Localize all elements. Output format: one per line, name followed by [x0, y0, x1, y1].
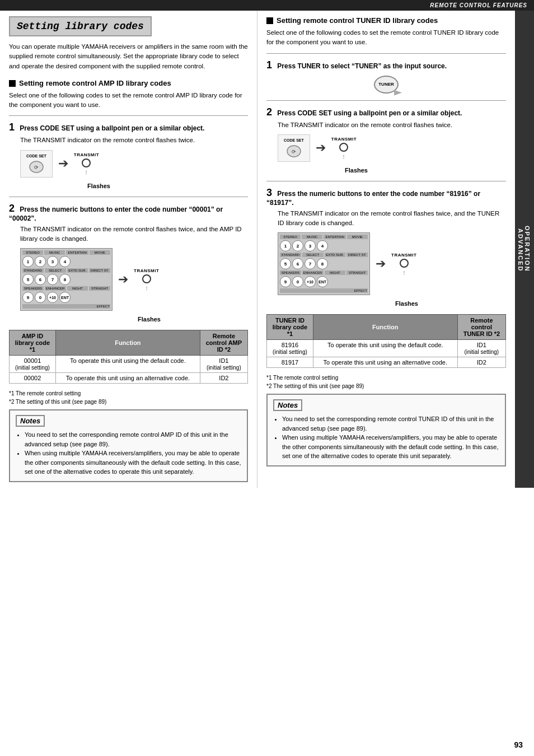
tuner-code-set-diagram: CODE SET ⟳	[278, 134, 310, 162]
tuner-btn: TUNER	[374, 76, 399, 94]
row-select: SELECT	[45, 268, 66, 273]
amp-step2-number: 2	[9, 203, 15, 214]
t-key-10: +10	[305, 276, 316, 287]
t-row-straight: STRAIGHT	[346, 270, 368, 275]
tuner-transmit-circle-3	[400, 259, 409, 268]
tuner-cell-1-1: 81916(initial setting)	[267, 340, 313, 357]
row-entertain: ENTERTAIN	[66, 250, 88, 255]
amp-footnote2: *2 The setting of this unit (see page 89…	[9, 399, 248, 405]
tuner-notes-box: Notes You need to set the corresponding …	[266, 394, 506, 466]
t-effect-label: EFFECT	[280, 288, 368, 293]
tuner-bullet	[266, 17, 273, 24]
transmit-dots: ⋮	[84, 170, 88, 175]
amp-cell-1-3: ID1(initial setting)	[200, 356, 247, 373]
tuner-cell-2-2: To operate this unit using an alternativ…	[313, 357, 457, 368]
amp-row-2: 00002 To operate this unit using an alte…	[10, 373, 248, 384]
tuner-step2-flashes-wrap: Flashes	[345, 166, 506, 174]
tuner-arrow-2: ➔	[376, 256, 386, 271]
tuner-step2-header: 2 Press CODE SET using a ballpoint pen o…	[266, 106, 506, 118]
row-enhancer: ENHANCER	[45, 286, 66, 291]
code-set-diagram: CODE SET ⟳	[20, 150, 53, 178]
key-5: 5	[22, 274, 34, 285]
t-row-movie: MOVIE	[347, 235, 368, 239]
t-key-6: 6	[292, 258, 303, 269]
key-1: 1	[22, 256, 34, 267]
tuner-footnote2: *2 The setting of this unit (see page 89…	[266, 383, 506, 389]
amp-notes-title: Notes	[16, 415, 45, 427]
tuner-step3-flashes-wrap: Flashes	[395, 300, 506, 307]
tuner-cell-2-1: 81917	[267, 357, 313, 368]
t-key-9: 9	[280, 276, 291, 287]
transmit-diagram-2: TRANSMIT ⋮	[134, 268, 159, 291]
tuner-notes-title: Notes	[273, 399, 302, 411]
code-set-icon: ⟳	[28, 159, 45, 174]
tuner-th-2: Function	[313, 315, 457, 340]
tuner-table: TUNER IDlibrary code*1 Function Remoteco…	[266, 314, 506, 368]
tuner-step1-title: Press TUNER to select “TUNER” as the inp…	[277, 62, 447, 70]
t-key-ent: ENT	[317, 276, 328, 287]
tuner-step2: 2 Press CODE SET using a ballpoint pen o…	[266, 106, 506, 174]
intro-text: You can operate multiple YAMAHA receiver…	[9, 42, 248, 71]
tuner-th-1: TUNER IDlibrary code*1	[267, 315, 313, 340]
page-title: Setting library codes	[17, 21, 144, 32]
amp-cell-2-2: To operate this unit using an alternativ…	[55, 373, 200, 384]
tuner-row-2: 81917 To operate this unit using an alte…	[267, 357, 506, 368]
tuner-step3-number: 3	[266, 187, 272, 198]
tuner-row-1: 81916(initial setting) To operate this u…	[267, 340, 506, 357]
transmit-diagram: TRANSMIT ⋮	[74, 152, 99, 175]
amp-note-2: When using multiple YAMAHA receivers/amp…	[25, 449, 241, 477]
tuner-transmit-label-3: TRANSMIT	[391, 253, 416, 258]
amp-cell-2-1: 00002	[10, 373, 56, 384]
tuner-note-1: You need to set the corresponding remote…	[282, 414, 499, 433]
tuner-step2-diagram: CODE SET ⟳ ➔ TRANSMIT ⋮	[278, 134, 506, 162]
amp-step2: 2 Press the numeric buttons to enter the…	[9, 203, 248, 324]
amp-step1-body: The TRANSMIT indicator on the remote con…	[20, 136, 248, 145]
t-row-night: NIGHT	[325, 270, 346, 275]
t-key-7: 7	[305, 258, 316, 269]
tuner-note-2: When using multiple YAMAHA receivers/amp…	[282, 433, 499, 461]
tuner-keypad-wrapper: STEREO MUSIC ENTERTAIN MOVIE 1 2 3 4	[278, 232, 370, 295]
tuner-heading-text: Setting remote control TUNER ID library …	[277, 16, 438, 25]
t-row-music: MUSIC	[302, 235, 322, 239]
row-directst: DIRECT ST.	[89, 268, 110, 273]
tuner-section-heading: Setting remote control TUNER ID library …	[266, 16, 506, 25]
t-key-0: 0	[292, 276, 303, 287]
amp-notes-box: Notes You need to set the corresponding …	[9, 409, 248, 482]
amp-sub-intro: Select one of the following codes to set…	[9, 91, 248, 110]
row-standard: STANDARD	[22, 268, 44, 273]
amp-heading-text: Setting remote control AMP ID library co…	[19, 79, 171, 87]
t-key-1: 1	[280, 240, 291, 251]
tuner-step2-flashes: Flashes	[345, 167, 368, 174]
row-music: MUSIC	[44, 250, 65, 255]
left-column: Setting library codes You can operate mu…	[0, 11, 257, 488]
amp-footnote1: *1 The remote control setting	[9, 390, 248, 396]
tuner-transmit-3: TRANSMIT ⋮	[391, 253, 416, 275]
key-7: 7	[47, 274, 58, 285]
row-straight: STRAIGHT	[89, 286, 110, 291]
key-10: +10	[47, 292, 58, 303]
arrow-icon-1: ➔	[58, 156, 68, 171]
t-row-entertain: ENTERTAIN	[324, 235, 345, 239]
tuner-step3-header: 3 Press the numeric buttons to enter the…	[266, 187, 506, 207]
tuner-step2-number: 2	[266, 106, 272, 118]
sidebar-line1: ADVANCED	[517, 228, 524, 272]
arrow-icon-2: ➔	[118, 272, 128, 287]
amp-step1-diagram: CODE SET ⟳ ➔ TRANSMIT ⋮	[20, 150, 248, 178]
key-2: 2	[35, 256, 46, 267]
amp-row-1: 00001(initial setting) To operate this u…	[10, 356, 248, 373]
transmit-label-2: TRANSMIT	[134, 268, 159, 273]
tuner-th-3: RemotecontrolTUNER ID *2	[457, 315, 505, 340]
amp-cell-2-3: ID2	[200, 373, 247, 384]
key-3: 3	[47, 256, 58, 267]
tuner-sub-intro: Select one of the following codes to set…	[266, 28, 506, 48]
tuner-code-set-label: CODE SET	[284, 138, 304, 142]
key-ent: ENT	[59, 292, 71, 303]
amp-step1: 1 Press CODE SET using a ballpoint pen o…	[9, 122, 248, 189]
tuner-keypad-grid: STEREO MUSIC ENTERTAIN MOVIE 1 2 3 4	[278, 232, 370, 295]
tuner-notes-list: You need to set the corresponding remote…	[282, 414, 499, 461]
t-key-2: 2	[292, 240, 303, 251]
amp-th-1: AMP IDlibrary code*1	[10, 330, 56, 356]
tuner-step2-title: Press CODE SET using a ballpoint pen or …	[277, 109, 462, 117]
tuner-step3: 3 Press the numeric buttons to enter the…	[266, 187, 506, 308]
tuner-transmit: TRANSMIT ⋮	[331, 137, 357, 159]
